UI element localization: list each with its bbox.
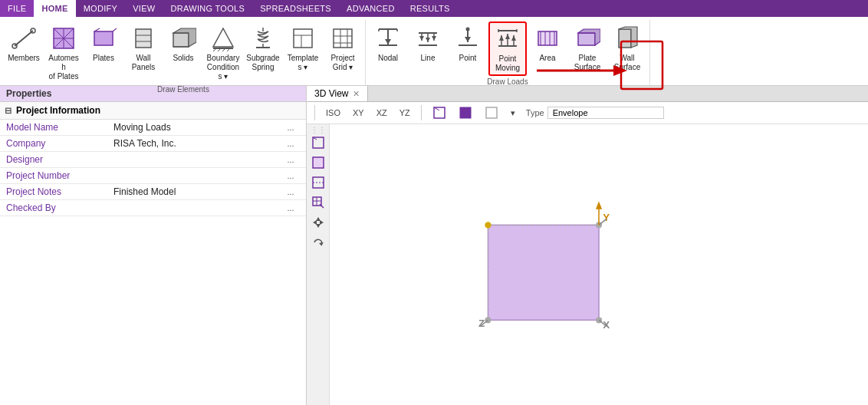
ribbon-btn-automesh[interactable]: Automeshof Plates <box>44 21 83 84</box>
company-value[interactable]: RISA Tech, Inc. <box>107 136 275 152</box>
ribbon-btn-boundary-conditions[interactable]: BoundaryConditions ▾ <box>204 21 242 84</box>
checked-by-value[interactable] <box>107 200 275 216</box>
svg-rect-26 <box>294 29 312 48</box>
view-tab-3d-label: 3D View <box>314 88 348 99</box>
point-moving-label: PointMoving <box>495 54 520 73</box>
project-info-label: Project Information <box>16 105 100 116</box>
menu-drawing-tools[interactable]: DRAWING TOOLS <box>163 0 253 17</box>
svg-point-97 <box>485 222 491 228</box>
wireframe-icon <box>432 106 446 120</box>
side-btn-zoom[interactable] <box>309 193 327 212</box>
prop-row-company: Company RISA Tech, Inc. ... <box>0 136 306 152</box>
ribbon-btn-point-moving[interactable]: PointMoving <box>488 21 527 76</box>
svg-rect-67 <box>578 33 595 45</box>
subgrade-spring-icon <box>249 25 277 52</box>
plates-label: Plates <box>93 54 114 63</box>
project-grid-icon <box>329 25 357 52</box>
ribbon-group-draw-loads: Nodal Line <box>366 20 650 85</box>
view-wireframe-btn[interactable] <box>428 104 451 121</box>
project-notes-value[interactable]: Finished Model <box>107 184 275 200</box>
prop-row-project-notes: Project Notes Finished Model ... <box>0 184 306 200</box>
svg-rect-77 <box>313 137 324 148</box>
ribbon-btn-nodal[interactable]: Nodal <box>369 21 407 65</box>
ribbon-btn-project-grid[interactable]: ProjectGrid ▾ <box>324 21 362 74</box>
checked-by-label: Checked By <box>0 200 107 216</box>
ribbon-btn-wall-panels[interactable]: WallPanels <box>124 21 163 74</box>
project-notes-btn[interactable]: ... <box>281 187 300 196</box>
menu-results[interactable]: RESULTS <box>403 0 458 17</box>
solids-label: Solids <box>173 54 193 63</box>
menu-spreadsheets[interactable]: SPREADSHEETS <box>252 0 339 17</box>
company-btn[interactable]: ... <box>281 139 300 148</box>
view-btn-xy[interactable]: XY <box>348 107 369 119</box>
svg-marker-57 <box>505 34 510 39</box>
view-btn-yz[interactable]: YZ <box>395 107 415 119</box>
ribbon-btn-plate-surface[interactable]: PlateSurface <box>568 21 607 74</box>
side-btn-rotate[interactable] <box>309 233 327 252</box>
project-number-value[interactable] <box>107 168 275 184</box>
ribbon-btn-point[interactable]: Point <box>449 21 487 65</box>
side-btn-cut[interactable] <box>309 173 327 192</box>
nodal-label: Nodal <box>378 54 398 63</box>
wall-panels-label: WallPanels <box>132 54 156 72</box>
view-btn-xz[interactable]: XZ <box>372 107 392 119</box>
wall-panels-icon <box>130 25 157 52</box>
side-btn-select[interactable] <box>309 133 327 152</box>
svg-marker-88 <box>313 220 317 225</box>
model-name-value[interactable]: Moving Loads <box>107 120 275 136</box>
designer-btn[interactable]: ... <box>281 155 300 164</box>
prop-row-project-number: Project Number ... <box>0 168 306 184</box>
view-btn-iso[interactable]: ISO <box>321 107 345 119</box>
properties-panel: Properties ⊟ Project Information Model N… <box>0 86 307 405</box>
svg-rect-75 <box>460 107 471 118</box>
side-btn-pan[interactable] <box>309 213 327 232</box>
ribbon-btn-area[interactable]: Area <box>528 21 567 65</box>
menu-advanced[interactable]: ADVANCED <box>339 0 403 17</box>
collapse-icon[interactable]: ⊟ <box>5 106 12 116</box>
svg-marker-49 <box>465 37 471 42</box>
designer-value[interactable] <box>107 152 275 168</box>
menu-home[interactable]: HOME <box>34 0 75 17</box>
type-value-input[interactable] <box>547 107 664 119</box>
view-main: ⋮⋮ <box>307 124 868 405</box>
view-tab-3d[interactable]: 3D View ✕ <box>307 86 368 101</box>
project-grid-label: ProjectGrid ▾ <box>330 54 354 72</box>
ribbon-btn-subgrade-spring[interactable]: SubgradeSpring <box>244 21 282 74</box>
menu-view[interactable]: VIEW <box>125 0 163 17</box>
ribbon-btn-solids[interactable]: Solids <box>164 21 202 65</box>
ribbon-btn-wall-surface[interactable]: WallSurface <box>608 21 646 74</box>
plates-icon <box>90 25 117 52</box>
svg-line-0 <box>15 31 33 46</box>
menu-file[interactable]: FILE <box>0 0 34 17</box>
view-tab-close[interactable]: ✕ <box>353 89 360 99</box>
svg-point-51 <box>466 28 470 31</box>
ribbon-btn-templates[interactable]: Templates ▾ <box>284 21 322 74</box>
checked-by-btn[interactable]: ... <box>281 203 300 212</box>
ribbon-btn-plates[interactable]: Plates <box>84 21 123 65</box>
svg-marker-17 <box>213 28 233 47</box>
svg-rect-8 <box>94 31 113 45</box>
drag-handle[interactable]: ⋮⋮ <box>309 127 327 132</box>
properties-header: Properties <box>0 86 306 102</box>
model-name-btn[interactable]: ... <box>281 123 300 132</box>
point-moving-icon <box>494 25 521 53</box>
ribbon-btn-line[interactable]: Line <box>409 21 447 65</box>
view-toolbar: ISO XY XZ YZ ▾ T <box>307 102 868 124</box>
view-render-btn[interactable] <box>454 104 477 121</box>
svg-marker-56 <box>499 35 504 41</box>
svg-line-20 <box>218 49 220 51</box>
ribbon-btn-members[interactable]: Members <box>5 21 43 65</box>
solids-icon <box>169 25 197 52</box>
view-outline-btn[interactable] <box>480 104 503 121</box>
menu-modify[interactable]: MODIFY <box>76 0 126 17</box>
svg-marker-46 <box>432 36 436 41</box>
svg-rect-62 <box>538 31 557 45</box>
side-btn-box-select[interactable] <box>309 153 327 172</box>
project-number-btn[interactable]: ... <box>281 171 300 180</box>
project-info-header: ⊟ Project Information <box>0 102 306 120</box>
ribbon: Members Automeshof Plates <box>0 17 868 86</box>
view-dropdown-btn[interactable]: ▾ <box>506 107 520 120</box>
ribbon-group-draw-elements: Members Automeshof Plates <box>2 20 366 85</box>
svg-marker-35 <box>385 39 391 44</box>
line-label: Line <box>421 54 436 63</box>
